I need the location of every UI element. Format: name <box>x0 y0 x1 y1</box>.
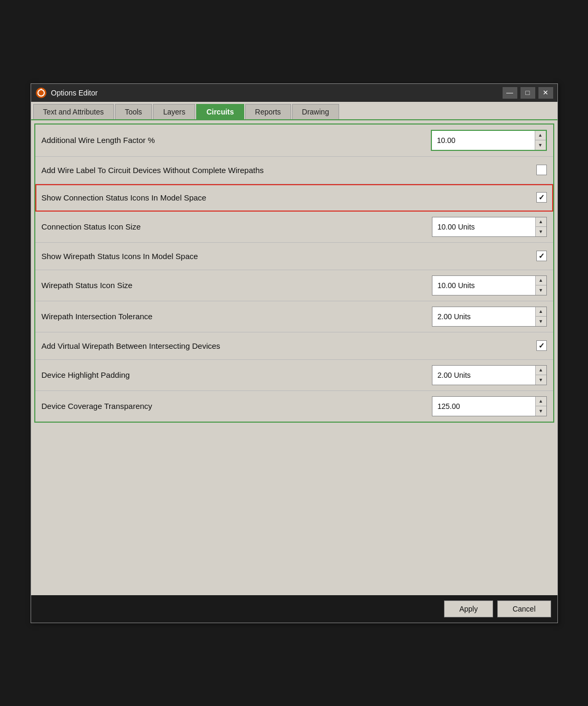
cancel-button[interactable]: Cancel <box>497 600 551 617</box>
apply-button[interactable]: Apply <box>444 600 493 617</box>
option-control-add-virtual-wirepath <box>536 340 547 351</box>
option-label-wirepath-status-icon-size: Wirepath Status Icon Size <box>42 281 432 290</box>
option-label-connection-status-icon-size: Connection Status Icon Size <box>42 222 432 231</box>
spin-up-wirepath-intersection-tolerance[interactable]: ▲ <box>536 307 546 317</box>
spinbox-connection-status-icon-size[interactable]: ▲ ▼ <box>432 217 547 237</box>
tab-tools[interactable]: Tools <box>115 104 152 119</box>
spin-down-device-highlight-padding[interactable]: ▼ <box>536 375 546 385</box>
content-area: Additional Wire Length Factor % ▲ ▼ Add … <box>31 120 557 595</box>
option-row-device-coverage-transparency: Device Coverage Transparency ▲ ▼ <box>35 391 553 422</box>
spinbox-value-device-coverage-transparency[interactable] <box>432 397 535 416</box>
spin-up-connection-status-icon-size[interactable]: ▲ <box>536 217 546 227</box>
option-row-add-wire-label: Add Wire Label To Circuit Devices Withou… <box>35 157 553 184</box>
options-panel: Additional Wire Length Factor % ▲ ▼ Add … <box>34 123 554 423</box>
option-control-show-connection-status <box>536 192 547 203</box>
window-controls: — □ ✕ <box>503 87 553 99</box>
options-editor-window: Options Editor — □ ✕ Text and Attributes… <box>31 83 558 623</box>
window-title: Options Editor <box>51 89 498 97</box>
option-control-show-wirepath-status <box>536 251 547 261</box>
option-control-device-highlight-padding: ▲ ▼ <box>432 365 547 385</box>
spinbox-wirepath-status-icon-size[interactable]: ▲ ▼ <box>432 275 547 295</box>
option-label-wirepath-intersection-tolerance: Wirepath Intersection Tolerance <box>42 312 432 321</box>
checkbox-add-wire-label[interactable] <box>536 165 547 175</box>
option-label-additional-wire-length: Additional Wire Length Factor % <box>42 136 431 145</box>
close-button[interactable]: ✕ <box>538 87 553 99</box>
spin-down-device-coverage-transparency[interactable]: ▼ <box>536 406 546 416</box>
tab-layers[interactable]: Layers <box>153 104 195 119</box>
footer-bar: Apply Cancel <box>31 595 557 623</box>
spin-up-additional-wire-length[interactable]: ▲ <box>535 131 546 140</box>
maximize-button[interactable]: □ <box>520 87 535 99</box>
option-control-wirepath-intersection-tolerance: ▲ ▼ <box>432 307 547 327</box>
option-control-add-wire-label <box>536 165 547 175</box>
option-row-device-highlight-padding: Device Highlight Padding ▲ ▼ <box>35 360 553 391</box>
option-row-show-connection-status: Show Connection Status Icons In Model Sp… <box>35 184 553 212</box>
option-label-device-highlight-padding: Device Highlight Padding <box>42 370 432 379</box>
option-label-add-wire-label: Add Wire Label To Circuit Devices Withou… <box>42 166 536 175</box>
checkbox-show-wirepath-status[interactable] <box>536 251 547 261</box>
option-control-device-coverage-transparency: ▲ ▼ <box>432 396 547 416</box>
option-control-wirepath-status-icon-size: ▲ ▼ <box>432 275 547 295</box>
spinbox-wirepath-intersection-tolerance[interactable]: ▲ ▼ <box>432 307 547 327</box>
option-row-wirepath-status-icon-size: Wirepath Status Icon Size ▲ ▼ <box>35 270 553 301</box>
tab-bar: Text and Attributes Tools Layers Circuit… <box>31 102 557 120</box>
tab-reports[interactable]: Reports <box>245 104 291 119</box>
spin-down-wirepath-status-icon-size[interactable]: ▼ <box>536 285 546 295</box>
app-icon <box>35 87 47 99</box>
checkbox-add-virtual-wirepath[interactable] <box>536 340 547 351</box>
spin-up-device-coverage-transparency[interactable]: ▲ <box>536 397 546 406</box>
spin-down-additional-wire-length[interactable]: ▼ <box>535 140 546 150</box>
option-row-show-wirepath-status: Show Wirepath Status Icons In Model Spac… <box>35 243 553 270</box>
tab-text-and-attributes[interactable]: Text and Attributes <box>33 104 114 119</box>
option-row-wirepath-intersection-tolerance: Wirepath Intersection Tolerance ▲ ▼ <box>35 301 553 332</box>
option-control-connection-status-icon-size: ▲ ▼ <box>432 217 547 237</box>
spin-down-connection-status-icon-size[interactable]: ▼ <box>536 227 546 236</box>
option-row-add-virtual-wirepath: Add Virtual Wirepath Between Intersectin… <box>35 332 553 360</box>
tab-drawing[interactable]: Drawing <box>292 104 339 119</box>
spinbox-device-coverage-transparency[interactable]: ▲ ▼ <box>432 396 547 416</box>
spinbox-value-device-highlight-padding[interactable] <box>432 366 535 385</box>
spinbox-device-highlight-padding[interactable]: ▲ ▼ <box>432 365 547 385</box>
title-bar: Options Editor — □ ✕ <box>31 84 557 102</box>
spin-up-wirepath-status-icon-size[interactable]: ▲ <box>536 276 546 285</box>
spinbox-value-wirepath-intersection-tolerance[interactable] <box>432 307 535 326</box>
option-label-device-coverage-transparency: Device Coverage Transparency <box>42 402 432 411</box>
option-row-connection-status-icon-size: Connection Status Icon Size ▲ ▼ <box>35 212 553 243</box>
checkbox-show-connection-status[interactable] <box>536 192 547 203</box>
spinbox-value-connection-status-icon-size[interactable] <box>432 217 535 236</box>
minimize-button[interactable]: — <box>503 87 517 99</box>
spinbox-additional-wire-length[interactable]: ▲ ▼ <box>431 130 547 151</box>
option-control-additional-wire-length: ▲ ▼ <box>431 130 547 151</box>
spinbox-value-additional-wire-length[interactable] <box>432 131 535 150</box>
option-label-add-virtual-wirepath: Add Virtual Wirepath Between Intersectin… <box>42 341 536 350</box>
option-row-additional-wire-length: Additional Wire Length Factor % ▲ ▼ <box>35 125 553 157</box>
tab-circuits[interactable]: Circuits <box>196 104 244 119</box>
spinbox-value-wirepath-status-icon-size[interactable] <box>432 276 535 295</box>
spin-down-wirepath-intersection-tolerance[interactable]: ▼ <box>536 317 546 326</box>
option-label-show-connection-status: Show Connection Status Icons In Model Sp… <box>42 193 536 202</box>
spin-up-device-highlight-padding[interactable]: ▲ <box>536 366 546 375</box>
option-label-show-wirepath-status: Show Wirepath Status Icons In Model Spac… <box>42 252 536 261</box>
